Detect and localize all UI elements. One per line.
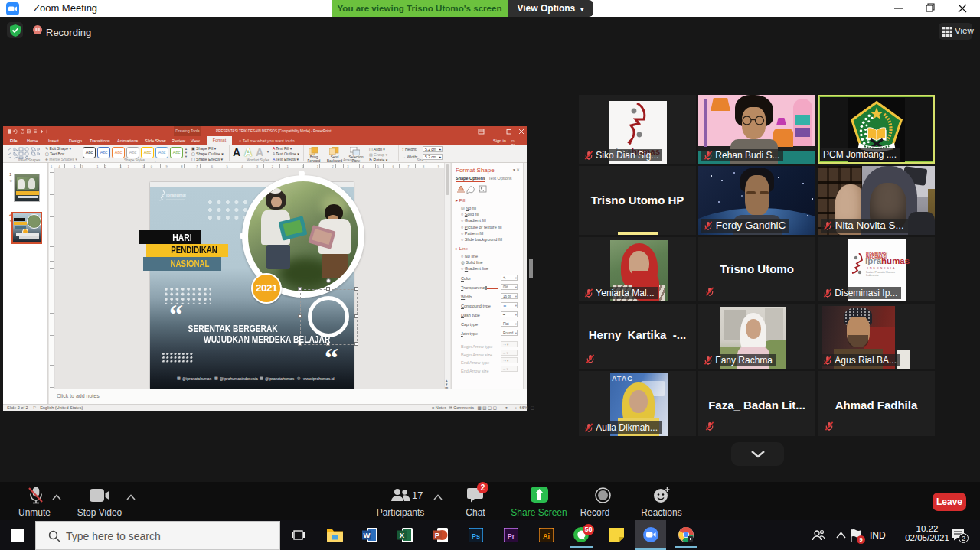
svg-text:iprahumas: iprahumas <box>166 193 186 197</box>
svg-text:Ai: Ai <box>543 532 550 540</box>
svg-text:P: P <box>435 531 440 539</box>
svg-text:Ps: Ps <box>472 532 480 540</box>
svg-text:Pr: Pr <box>508 532 515 540</box>
svg-text:X: X <box>400 531 405 539</box>
svg-text:W: W <box>364 531 371 539</box>
